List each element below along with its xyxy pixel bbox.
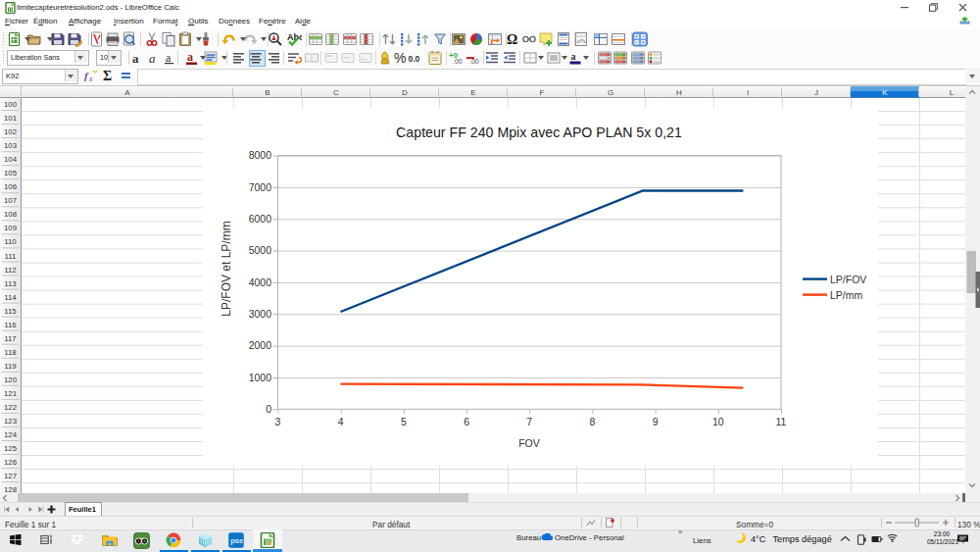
svg-text:111: 111: [5, 252, 17, 261]
svg-text:119: 119: [4, 362, 16, 371]
svg-text:5: 5: [401, 416, 407, 427]
svg-text:LP/FOV et LP/mm: LP/FOV et LP/mm: [220, 221, 233, 316]
svg-text:105: 105: [4, 169, 18, 177]
svg-text:6: 6: [464, 416, 469, 427]
svg-text:3: 3: [275, 416, 281, 427]
svg-text:a: a: [187, 50, 193, 64]
svg-text:126: 126: [4, 458, 17, 467]
svg-text:107: 107: [4, 196, 17, 205]
svg-text:LP/FOV: LP/FOV: [830, 274, 866, 285]
svg-text:117: 117: [4, 334, 16, 343]
svg-text:J: J: [814, 88, 818, 97]
svg-text:E: E: [470, 88, 475, 97]
svg-text:128: 128: [4, 485, 17, 493]
svg-text:pse: pse: [230, 536, 243, 545]
svg-text:Capteur FF 240 Mpix avec APO P: Capteur FF 240 Mpix avec APO PLAN 5x 0,2…: [396, 125, 682, 140]
svg-text:123: 123: [4, 417, 17, 426]
svg-text:103: 103: [4, 141, 17, 150]
svg-text:100: 100: [4, 100, 18, 109]
svg-text:.00: .00: [453, 58, 463, 65]
svg-text:.00: .00: [469, 58, 479, 65]
svg-text:121: 121: [4, 389, 17, 398]
svg-text:122: 122: [4, 403, 17, 412]
svg-text:10: 10: [712, 416, 724, 427]
svg-text:H: H: [676, 88, 682, 97]
svg-text:a: a: [166, 51, 172, 65]
svg-text:%: %: [394, 50, 406, 66]
svg-text:4: 4: [338, 416, 344, 427]
svg-text:104: 104: [4, 155, 18, 164]
svg-text:C: C: [333, 88, 339, 97]
svg-text:FOV: FOV: [518, 437, 540, 449]
svg-text:a: a: [132, 51, 139, 66]
svg-text:7: 7: [526, 416, 532, 427]
svg-text:124: 124: [4, 430, 18, 439]
svg-text:x: x: [88, 75, 93, 82]
svg-text:115: 115: [4, 307, 17, 316]
svg-text:114: 114: [4, 293, 17, 302]
svg-text:a: a: [571, 51, 576, 62]
svg-text:L: L: [950, 88, 955, 97]
svg-text:8000: 8000: [249, 149, 272, 161]
svg-text:102: 102: [4, 127, 17, 136]
svg-text:109: 109: [4, 224, 17, 232]
svg-text:101: 101: [4, 114, 17, 123]
svg-text:F: F: [540, 88, 545, 97]
svg-text:5000: 5000: [249, 244, 272, 256]
svg-text:113: 113: [4, 279, 16, 288]
svg-text:116: 116: [4, 321, 16, 329]
svg-text:112: 112: [4, 266, 16, 275]
svg-text:6000: 6000: [249, 213, 272, 225]
svg-text:4000: 4000: [249, 276, 272, 288]
svg-text:3000: 3000: [249, 308, 272, 320]
svg-text:0: 0: [266, 403, 271, 415]
svg-text:125: 125: [4, 444, 18, 453]
svg-text:1000: 1000: [249, 372, 272, 383]
svg-text:A: A: [124, 88, 130, 97]
svg-text:7000: 7000: [249, 181, 272, 193]
svg-text:D: D: [402, 88, 408, 97]
svg-text:I: I: [747, 88, 749, 97]
svg-text:118: 118: [4, 348, 16, 357]
svg-text:0.0: 0.0: [409, 54, 420, 64]
svg-text:Ω: Ω: [507, 32, 517, 47]
svg-text:108: 108: [4, 210, 17, 219]
svg-text:9: 9: [653, 416, 659, 427]
svg-text:8: 8: [589, 416, 595, 427]
svg-text:B: B: [265, 88, 270, 97]
svg-text:110: 110: [4, 237, 17, 246]
svg-text:120: 120: [4, 376, 18, 384]
svg-text:11: 11: [776, 416, 787, 427]
svg-text:106: 106: [4, 182, 17, 191]
svg-text:Σ: Σ: [103, 69, 112, 82]
svg-text:127: 127: [4, 472, 17, 480]
svg-text:K: K: [882, 88, 888, 97]
svg-text:LP/mm: LP/mm: [830, 289, 863, 301]
svg-text:2000: 2000: [249, 339, 272, 351]
svg-text:a: a: [149, 51, 156, 66]
svg-text:G: G: [608, 88, 613, 97]
